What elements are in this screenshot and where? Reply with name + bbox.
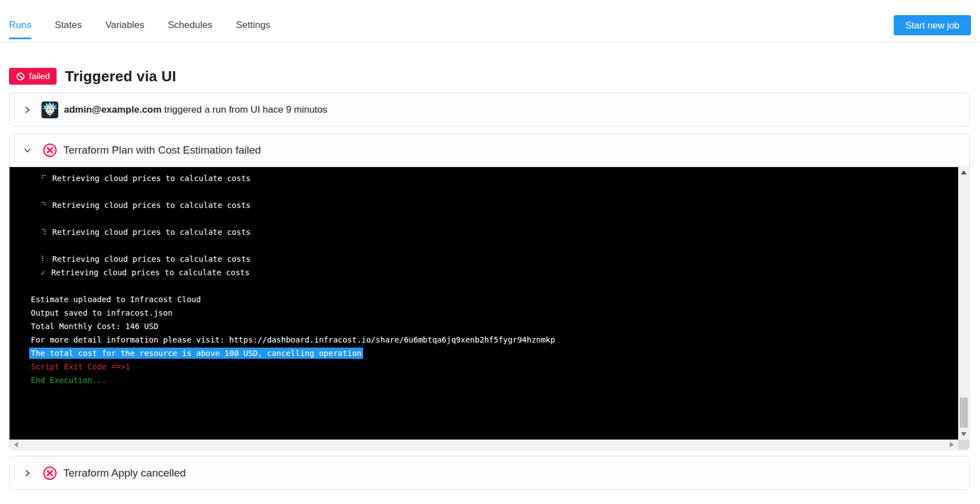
tab-label: Runs (9, 20, 31, 31)
spinner-icon: ⠋ (41, 174, 47, 183)
console-line-text (31, 214, 35, 223)
spinner-icon: ⠹ (41, 228, 47, 237)
status-badge-label: failed (29, 71, 50, 81)
console-line-text: Retrieving cloud prices to calculate cos… (52, 201, 250, 210)
apply-panel-title: Terraform Apply cancelled (63, 467, 186, 479)
console-wrap: ⠋Retrieving cloud prices to calculate co… (10, 167, 969, 450)
trigger-text-rest: triggered a run from UI hace 9 minutos (164, 104, 327, 115)
vertical-scrollbar[interactable] (958, 167, 969, 440)
console-line (31, 185, 958, 198)
scroll-down-arrow-icon[interactable] (961, 432, 967, 436)
console-line-text: Script Exit Code ==>1 (31, 362, 130, 371)
console-line: The total cost for the resource is above… (31, 346, 958, 360)
apply-panel-header[interactable]: Terraform Apply cancelled (10, 456, 969, 489)
top-nav: Runs States Variables Schedules Settings… (0, 0, 980, 42)
runs-page: Runs States Variables Schedules Settings… (0, 0, 980, 504)
tab-states[interactable]: States (55, 9, 82, 41)
console-line-text (31, 187, 35, 196)
console-line: Output saved to infracost.json (31, 306, 958, 320)
console-line-text: Retrieving cloud prices to calculate cos… (52, 174, 250, 183)
console-line-text: Estimate uploaded to Infracost Cloud (31, 295, 201, 304)
nav-tabs: Runs States Variables Schedules Settings (0, 0, 980, 41)
spinner-icon: ⠙ (41, 201, 47, 210)
error-circle-icon (43, 143, 57, 158)
trigger-panel-header[interactable]: admin@example.com triggered a run from U… (10, 93, 969, 126)
console-output: ⠋Retrieving cloud prices to calculate co… (10, 167, 958, 440)
console-line: Script Exit Code ==>1 (31, 360, 958, 373)
console-line: ⠹Retrieving cloud prices to calculate co… (31, 225, 958, 239)
console-line-text: End Execution... (31, 376, 106, 385)
prohibited-icon (16, 72, 25, 81)
console-line-text: Retrieving cloud prices to calculate cos… (52, 255, 250, 263)
console-line: ✓Retrieving cloud prices to calculate co… (31, 266, 958, 279)
run-status-row: failed Triggered via UI (9, 66, 176, 87)
tab-label: States (55, 20, 82, 31)
console-line: End Execution... (31, 373, 958, 387)
plan-panel: Terraform Plan with Cost Estimation fail… (9, 133, 970, 450)
console-line: Estimate uploaded to Infracost Cloud (31, 293, 958, 306)
trigger-panel: admin@example.com triggered a run from U… (9, 93, 970, 127)
tab-runs[interactable]: Runs (9, 9, 31, 41)
error-circle-icon (43, 466, 57, 480)
apply-panel: Terraform Apply cancelled (9, 456, 970, 490)
console-line-text (31, 281, 35, 290)
console-line-text: The total cost for the resource is above… (29, 348, 363, 359)
console-line (31, 279, 958, 293)
chevron-right-icon[interactable] (23, 105, 32, 114)
spinner-icon: ⠇ (41, 255, 47, 263)
scroll-up-arrow-icon[interactable] (961, 170, 967, 174)
plan-panel-title: Terraform Plan with Cost Estimation fail… (63, 144, 261, 156)
chevron-down-icon[interactable] (23, 146, 32, 155)
console-line (31, 212, 958, 225)
console-line-text: Retrieving cloud prices to calculate cos… (52, 228, 250, 237)
console-line-text: Retrieving cloud prices to calculate cos… (51, 268, 249, 277)
console-line-text: Total Monthly Cost: 146 USD (31, 322, 159, 331)
console-line: For more detail information please visit… (31, 333, 958, 346)
tab-label: Variables (105, 20, 145, 31)
start-new-job-button[interactable]: Start new job (894, 15, 971, 35)
console-line (31, 239, 958, 252)
console-line: ⠋Retrieving cloud prices to calculate co… (31, 172, 958, 185)
tab-settings[interactable]: Settings (236, 9, 270, 41)
vertical-scrollbar-thumb[interactable] (960, 397, 968, 428)
tab-label: Settings (236, 20, 270, 31)
avatar (41, 101, 58, 118)
chevron-right-icon[interactable] (23, 469, 32, 478)
scrollbar-corner (958, 440, 969, 450)
status-badge: failed (9, 68, 57, 85)
console-line-text: For more detail information please visit… (31, 335, 555, 344)
tab-variables[interactable]: Variables (105, 9, 145, 41)
horizontal-scrollbar[interactable] (10, 440, 958, 450)
console-line: ⠇Retrieving cloud prices to calculate co… (31, 252, 958, 266)
console-line-text: Output saved to infracost.json (31, 308, 173, 317)
tab-schedules[interactable]: Schedules (168, 9, 212, 41)
scroll-left-arrow-icon[interactable] (14, 442, 18, 447)
check-icon: ✓ (41, 268, 45, 277)
console-line-text (31, 241, 35, 250)
console-line: ⠙Retrieving cloud prices to calculate co… (31, 198, 958, 212)
plan-panel-header[interactable]: Terraform Plan with Cost Estimation fail… (10, 134, 969, 167)
page-title: Triggered via UI (65, 68, 176, 85)
console-line: Total Monthly Cost: 146 USD (31, 320, 958, 333)
scroll-right-arrow-icon[interactable] (950, 442, 954, 447)
trigger-description: admin@example.com triggered a run from U… (64, 104, 327, 115)
tab-label: Schedules (168, 20, 212, 31)
trigger-user-email: admin@example.com (64, 104, 161, 115)
